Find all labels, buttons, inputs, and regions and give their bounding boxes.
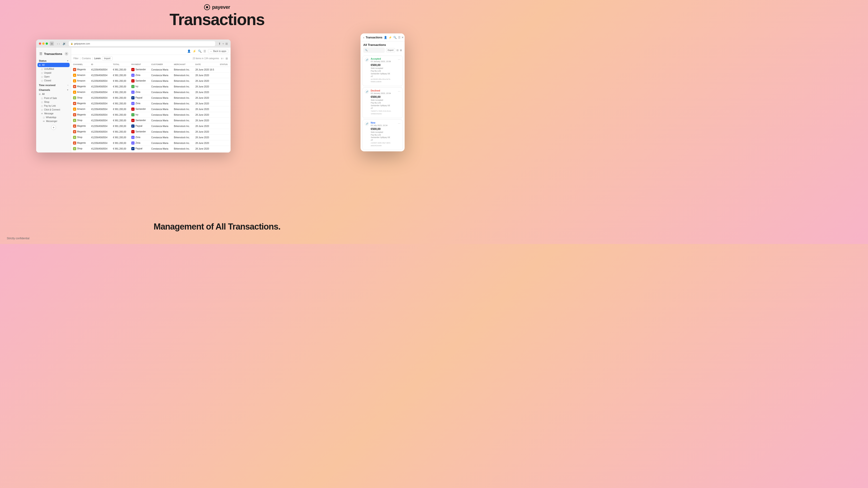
sidebar-item-click-connect[interactable]: ◻ Click & Connect <box>36 108 71 111</box>
sidebar-toggle-icon[interactable]: ⊟ <box>50 41 54 46</box>
browser-audio-icon: 🔊 <box>63 42 66 45</box>
sidebar-item-shop[interactable]: ◻ Shop <box>36 100 71 104</box>
cell-date: 28 June 2020 <box>193 140 218 146</box>
share-icon[interactable]: ⬆ <box>218 42 221 45</box>
table-row[interactable]: MMagento #123564560554 € 991.200,00 PPay… <box>71 123 230 129</box>
cell-status <box>218 67 230 72</box>
table-row[interactable]: AAmazon #123564560554 € 991.200,00 SSant… <box>71 78 230 84</box>
sidebar-toggle-btn[interactable]: ☰ <box>39 51 43 56</box>
user-icon[interactable]: 👤 <box>187 50 191 53</box>
back-to-apps-btn[interactable]: ← Back to apps <box>208 49 228 53</box>
txn-more-btn[interactable]: ··· <box>398 122 400 125</box>
add-channel-btn[interactable]: + <box>51 125 56 130</box>
sidebar-item-message[interactable]: ✉ Message <box>36 111 71 116</box>
sort-icon[interactable]: ≡↑ <box>220 57 224 61</box>
mobile-export-btn[interactable]: Export <box>386 48 395 52</box>
cell-payment: PPaypal <box>129 146 149 152</box>
sidebar-item-pos[interactable]: ◻ Point of Sale <box>36 96 71 100</box>
grid-icon[interactable]: ⊞ <box>225 42 228 45</box>
mobile-filter-icon[interactable]: ⚡ <box>389 36 392 39</box>
transaction-card[interactable]: 🔗 Accepted 03 January 2023, 15:56 €500,0… <box>362 56 403 86</box>
cell-payment: SSantander <box>129 129 149 135</box>
sidebar-item-closed[interactable]: ◻ Closed <box>36 78 71 83</box>
grid-view-icon[interactable]: ⊞ <box>225 57 228 61</box>
mobile-search-row: 🔍 Export ⊟ ⊞ <box>361 47 405 54</box>
browser-dots <box>39 42 48 45</box>
table-row[interactable]: AAmazon #123564560554 € 991.200,00 ZZini… <box>71 72 230 78</box>
url-bar[interactable]: 🔒 getpayever.com <box>69 41 215 46</box>
cell-status <box>218 95 230 101</box>
filter-icon[interactable]: ⚡ <box>193 50 196 53</box>
mobile-close-btn[interactable]: ✕ <box>401 36 404 39</box>
status-chevron-icon: ▾ <box>67 60 68 62</box>
transaction-card[interactable]: 🔗 Declined 03 January 2023, 15:54 €500,0… <box>362 88 403 118</box>
list-icon[interactable]: ☰ <box>204 50 206 53</box>
back-to-apps-label: Back to apps <box>213 50 226 53</box>
table-row[interactable]: MMagento #123564560554 € 991.200,00 IIvy… <box>71 84 230 90</box>
table-header: CHANNEL ID TOTAL PAYMENT CUSTOMER MERCHA… <box>71 62 230 67</box>
mobile-search-bar[interactable]: 🔍 <box>363 47 385 53</box>
table-row[interactable]: MMagento #123564560554 € 991.200,00 SSan… <box>71 129 230 135</box>
table-row[interactable]: SShop #123564560554 € 991.200,00 PPaypal… <box>71 152 230 153</box>
sidebar-item-all[interactable]: ⊞ All <box>37 63 70 67</box>
filter-toolbar: Filter | Contains | Lorem Import 23 item… <box>71 55 230 62</box>
minimize-dot[interactable] <box>42 42 44 45</box>
sidebar-close-btn[interactable]: ✕ <box>65 52 68 56</box>
time-received-section[interactable]: Time received › <box>36 83 71 87</box>
table-row[interactable]: MMagento #123564560554 € 991.200,00 ZZin… <box>71 140 230 146</box>
sidebar-item-unfulfilled[interactable]: ◻ Unfulfilled <box>36 67 71 71</box>
sidebar-item-messenger[interactable]: ✉ Messenger <box>36 119 71 123</box>
table-row[interactable]: MMagento #123564560554 € 991.200,00 SSan… <box>71 67 230 72</box>
mobile-search-icon[interactable]: 🔍 <box>393 36 397 39</box>
table-row[interactable]: SShop #123564560554 € 991.200,00 ZZinia … <box>71 135 230 140</box>
mobile-grid-icon[interactable]: ⊞ <box>400 49 402 52</box>
cell-customer: Constanza Maria <box>149 140 172 146</box>
cell-total: € 991.200,00 <box>111 146 130 152</box>
nav-forward-icon[interactable]: › <box>59 42 60 45</box>
mobile-view-icons: ⊟ ⊞ <box>397 49 402 52</box>
status-section-label[interactable]: Status ▾ <box>36 58 71 63</box>
nav-back-icon[interactable]: ‹ <box>57 42 58 45</box>
channels-section-label[interactable]: Channels ▾ <box>36 87 71 92</box>
table-row[interactable]: AAmazon #123564560554 € 991.200,00 SSant… <box>71 106 230 112</box>
cell-id: #123564560554 <box>89 78 111 84</box>
sidebar-item-channels-all[interactable]: ⊞ All <box>36 92 71 96</box>
close-dot[interactable] <box>39 42 41 45</box>
channels-chevron-icon: ▾ <box>67 89 68 91</box>
table-row[interactable]: MMagento #123564560554 € 991.200,00 ZZin… <box>71 101 230 106</box>
cell-payment: ZZinia <box>129 90 149 95</box>
table-row[interactable]: MMagento #123564560554 € 991.200,00 IIvy… <box>71 112 230 118</box>
maximize-dot[interactable] <box>46 42 48 45</box>
txn-more-btn[interactable]: ··· <box>398 90 400 93</box>
cell-date: 28 June 2020 <box>193 78 218 84</box>
table-row[interactable]: AAmazon #123564560554 € 991.200,00 ZZini… <box>71 90 230 95</box>
import-btn[interactable]: Import <box>102 56 112 61</box>
search-icon[interactable]: 🔍 <box>198 50 202 53</box>
message-icon: ✉ <box>41 112 43 115</box>
table-row[interactable]: SShop #123564560554 € 991.200,00 PPaypal… <box>71 95 230 101</box>
time-received-chevron-icon: › <box>68 84 68 86</box>
table-row[interactable]: SShop #123564560554 € 991.200,00 PPaypal… <box>71 146 230 152</box>
col-channel: CHANNEL <box>71 62 89 67</box>
mobile-menu-icon[interactable]: ☰ <box>398 36 401 39</box>
cell-channel: MMagento <box>71 112 89 118</box>
table-row[interactable]: SShop #123564560554 € 991.200,00 SSantan… <box>71 118 230 123</box>
closed-icon: ◻ <box>41 79 43 82</box>
cell-total: € 991.200,00 <box>111 129 130 135</box>
filter-value: Lorem <box>94 57 101 60</box>
mobile-list-icon[interactable]: ⊟ <box>397 49 399 52</box>
cell-id: #123564560554 <box>89 140 111 146</box>
mobile-back-icon[interactable]: ‹ <box>363 36 364 39</box>
cell-channel: MMagento <box>71 123 89 129</box>
cell-total: € 991.200,00 <box>111 78 130 84</box>
svg-point-1 <box>206 6 208 8</box>
sidebar-item-unpaid[interactable]: ◻ Unpaid <box>36 71 71 75</box>
txn-more-btn[interactable]: ··· <box>398 58 400 61</box>
sidebar-item-open[interactable]: ◻ Open <box>36 75 71 78</box>
transaction-card[interactable]: 🔗 New 03 July 2023, 15:34 €500,00 Stub A… <box>362 120 403 150</box>
unfulfilled-icon: ◻ <box>41 68 43 70</box>
add-tab-icon[interactable]: + <box>222 42 224 45</box>
sidebar-item-pay-by-link[interactable]: ◻ Pay by Link <box>36 104 71 108</box>
mobile-user-icon[interactable]: 👤 <box>384 36 387 39</box>
sidebar-item-whatsapp[interactable]: ◻ WhatsApp <box>36 116 71 119</box>
